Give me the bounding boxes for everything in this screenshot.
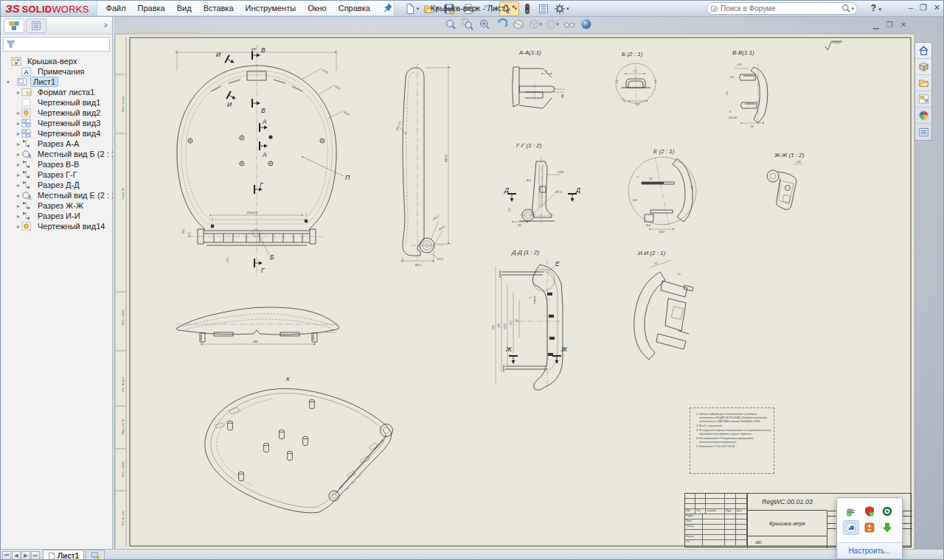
menu-insert[interactable]: Вставка [198, 1, 240, 15]
tree-item-section-aa[interactable]: ▸ Разрез А-А [1, 139, 112, 149]
heads-up-view-toolbar: ▾ ▾ [444, 18, 593, 30]
menu-window[interactable]: Окно [302, 1, 333, 15]
tree-filter-box[interactable] [3, 37, 110, 52]
search-icon[interactable] [841, 4, 851, 13]
first-sheet-button[interactable]: ⏮ [2, 551, 11, 560]
svg-text:И: И [227, 101, 232, 108]
display-style-icon[interactable]: ▾ [546, 18, 559, 30]
section-view-icon [21, 181, 31, 189]
options-list-icon[interactable] [535, 1, 552, 16]
feature-tree: Крышка-верх A Примечания ▾ Лист1 ▸ Форма… [1, 54, 112, 231]
new-document-button[interactable]: ▾ [402, 1, 422, 16]
tree-item-sheet-format[interactable]: ▸ Формат листа1 [1, 87, 112, 97]
tree-item-section-ii[interactable]: ▸ Разрез И-И [1, 211, 112, 221]
section-view-icon[interactable] [512, 18, 525, 30]
model-view-icon [21, 222, 31, 231]
tray-customize[interactable]: Настроить... [837, 542, 902, 559]
tray-orange-app-icon[interactable] [861, 520, 878, 535]
last-sheet-button[interactable]: ⏭ [31, 551, 40, 560]
svg-text:Е: Е [555, 260, 560, 267]
previous-view-icon[interactable] [495, 18, 508, 30]
close-button[interactable]: ✕ [934, 3, 940, 13]
menu-file[interactable]: Файл [100, 1, 132, 15]
file-explorer-tab[interactable] [915, 75, 931, 91]
svg-text:2: 2 [529, 297, 532, 299]
prev-sheet-button[interactable]: ◀ [12, 551, 21, 560]
svg-text:3,6: 3,6 [616, 80, 619, 83]
svg-text:Д: Д [504, 186, 509, 194]
appearances-icon[interactable] [580, 18, 593, 30]
tree-item-section-gg[interactable]: ▸ Разрез Г-Г [1, 169, 112, 180]
tray-green-status-icon[interactable] [879, 504, 895, 519]
menu-edit[interactable]: Правка [132, 1, 171, 15]
feature-tree-tab[interactable] [4, 18, 24, 33]
display-manager-tab[interactable] [26, 18, 46, 33]
3ds-logo-icon: ЗS [5, 2, 20, 15]
design-library-tab[interactable] [915, 59, 931, 75]
help-button[interactable]: ? ▾ [871, 3, 881, 13]
menu-view[interactable]: Вид [171, 1, 198, 15]
tree-item-view4[interactable]: ▸ Чертежный вид4 [1, 128, 112, 139]
tree-item-section-vv[interactable]: ▸ Разрез В-В [1, 159, 112, 169]
tree-item-section-zhzh[interactable]: ▸ Разрез Ж-Ж [1, 200, 112, 211]
settings-gear-button[interactable]: ▾ [552, 1, 572, 16]
tree-item-sheet1[interactable]: ▾ Лист1 [1, 77, 112, 87]
svg-text:Ø7,2: Ø7,2 [555, 190, 562, 194]
tray-security-shield-icon[interactable] [861, 504, 878, 519]
search-input[interactable] [719, 4, 841, 13]
minimize-button[interactable]: – [909, 3, 913, 13]
solidworks-resources-tab[interactable] [915, 43, 931, 59]
tray-usb-device-icon[interactable] [843, 504, 859, 519]
tree-item-view2[interactable]: ▸ Чертежный вид2 [1, 108, 112, 118]
add-sheet-icon [91, 552, 100, 559]
sheet-icon [17, 77, 27, 86]
pin-menu-icon[interactable] [376, 0, 391, 16]
tree-root[interactable]: Крышка-верх [1, 56, 112, 66]
svg-text:69,1: 69,1 [182, 228, 185, 234]
view-palette-tab[interactable] [915, 91, 931, 108]
detail-view-icon: A [21, 150, 31, 158]
svg-text:A: A [24, 68, 29, 75]
svg-text:0,6: 0,6 [691, 186, 694, 189]
custom-properties-tab[interactable] [915, 124, 931, 140]
hide-show-items-icon[interactable] [563, 18, 576, 30]
zoom-fit-icon[interactable] [444, 18, 457, 30]
tree-item-detail-e[interactable]: ▸ A Местный вид Е (2 : 1) [1, 190, 112, 200]
menu-help[interactable]: Справка [333, 1, 376, 15]
restore-button[interactable]: ❐ [920, 3, 927, 13]
tree-item-view14[interactable]: ▸ Чертежный вид14 [1, 221, 112, 231]
design-checker-icon[interactable] [519, 1, 535, 16]
drawing-sheet[interactable]: Перв. примен. Справ. № Подп. и дата Инв.… [114, 17, 944, 549]
add-sheet-tab[interactable] [86, 550, 105, 560]
tray-touch-device-icon[interactable] [843, 520, 859, 535]
zoom-in-out-icon[interactable] [478, 18, 491, 30]
svg-text:66,2: 66,2 [415, 263, 422, 267]
next-sheet-button[interactable]: ▶ [21, 551, 30, 560]
tree-item-detail-b[interactable]: ▸ A Местный вид Б (2 : 1) [1, 149, 112, 159]
sheet-tab[interactable]: Лист1 [43, 550, 84, 560]
panel-expand-chevron-icon[interactable]: > [103, 21, 108, 29]
svg-text:219±0,1: 219±0,1 [246, 211, 257, 214]
doc-minimize-button[interactable]: ▁ [873, 21, 879, 29]
forum-search-box[interactable]: ▾ [707, 2, 858, 15]
tree-item-view3[interactable]: ▸ Чертежный вид3 [1, 118, 112, 128]
zoom-area-icon[interactable] [461, 18, 474, 30]
doc-close-button[interactable]: ✕ [900, 21, 906, 29]
menu-tools[interactable]: Инструменты [240, 1, 302, 15]
sheet-format-icon [21, 88, 32, 97]
graphics-area[interactable]: Перв. примен. Справ. № Подп. и дата Инв.… [114, 17, 944, 549]
svg-text:В-В(1:1): В-В(1:1) [732, 49, 754, 56]
svg-text:Д-Д (1 : 2): Д-Д (1 : 2) [511, 249, 539, 256]
svg-text:A: A [27, 194, 31, 199]
view-orientation-icon[interactable]: ▾ [529, 18, 542, 30]
note-item: На наружных лицевых поверхностях не допу… [699, 429, 771, 436]
drawing-doc-icon [11, 57, 21, 66]
tree-item-view1[interactable]: Чертежный вид1 [1, 97, 112, 108]
tray-download-arrow-icon[interactable] [879, 520, 895, 535]
tree-item-annotations[interactable]: A Примечания [1, 66, 112, 77]
svg-text:243: 243 [252, 340, 258, 343]
doc-restore-button[interactable]: ❐ [886, 21, 893, 29]
appearances-scenes-tab[interactable] [915, 108, 931, 124]
feature-tree-icon [9, 21, 19, 31]
tree-item-section-dd[interactable]: ▸ Разрез Д-Д [1, 180, 112, 190]
